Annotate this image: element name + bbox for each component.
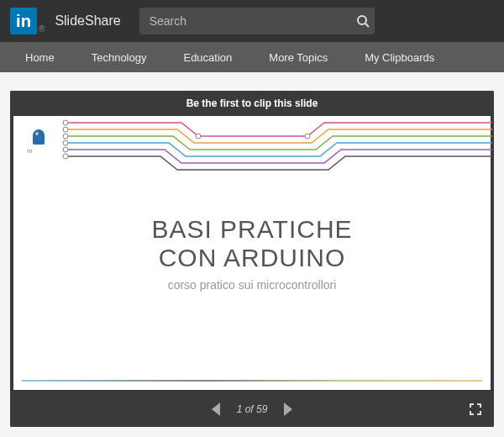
top-bar: in ® SlideShare [0,0,504,42]
svg-point-8 [196,134,201,139]
prev-slide-button[interactable] [202,398,232,420]
clip-banner[interactable]: Be the first to clip this slide [10,91,494,116]
chevron-left-icon [210,402,223,417]
slide-subtitle: corso pratico sui microcontrollori [168,278,337,292]
nav-my-clipboards[interactable]: My Clipboards [346,42,453,72]
svg-point-0 [358,16,366,24]
svg-point-6 [63,147,68,152]
slide-content[interactable]: m BASI PRATICHE CON ARDUINO corso pratic… [13,116,491,390]
svg-marker-10 [212,403,220,416]
search-button[interactable] [356,14,370,28]
svg-point-4 [63,134,68,139]
slide-title-line2: CON ARDUINO [159,244,346,271]
search-container [139,8,375,34]
svg-marker-11 [284,403,292,416]
bulb-icon [33,129,45,145]
slide-viewer: Be the first to clip this slide [10,91,494,427]
nav-home[interactable]: Home [7,42,73,72]
svg-point-2 [63,120,68,125]
next-slide-button[interactable] [272,398,302,420]
search-icon [356,14,370,28]
slide-logo: m [27,129,50,160]
nav-more-topics[interactable]: More Topics [250,42,346,72]
registered-mark: ® [39,24,45,34]
brand-name[interactable]: SlideShare [55,13,120,29]
chevron-right-icon [281,402,294,417]
fullscreen-button[interactable] [469,403,482,416]
slide-logo-label: m [27,148,50,155]
page-indicator: 1 of 59 [232,403,273,415]
slide-title-line1: BASI PRATICHE [151,215,352,243]
svg-point-5 [63,140,68,145]
linkedin-logo[interactable]: in [10,8,37,34]
svg-point-3 [63,127,68,132]
nav-technology[interactable]: Technology [73,42,165,72]
search-input[interactable] [139,8,375,34]
slide-title: BASI PRATICHE CON ARDUINO [151,215,352,273]
svg-point-9 [305,134,310,139]
svg-line-1 [365,24,369,27]
nav-education[interactable]: Education [165,42,250,72]
slide-controls: 1 of 59 [10,390,494,427]
nav-bar: Home Technology Education More Topics My… [0,42,504,72]
circuit-decoration [13,116,492,183]
svg-point-7 [63,154,68,159]
fullscreen-icon [469,403,482,416]
slide-footer-line [22,380,482,382]
viewer-wrapper: Be the first to clip this slide [0,72,504,427]
